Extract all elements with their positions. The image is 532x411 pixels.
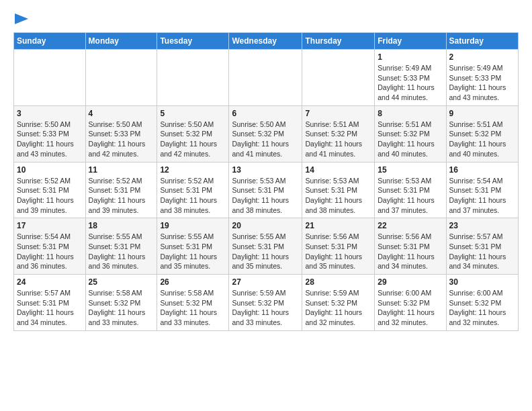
day-number: 17 bbox=[17, 221, 83, 230]
day-info: Sunrise: 5:59 AM Sunset: 5:32 PM Dayligh… bbox=[305, 288, 371, 328]
day-number: 8 bbox=[378, 109, 443, 118]
day-number: 24 bbox=[17, 277, 83, 287]
day-info: Sunrise: 5:52 AM Sunset: 5:31 PM Dayligh… bbox=[160, 176, 226, 216]
calendar-cell: 12Sunrise: 5:52 AM Sunset: 5:31 PM Dayli… bbox=[157, 162, 229, 218]
day-info: Sunrise: 5:56 AM Sunset: 5:31 PM Dayligh… bbox=[378, 232, 443, 271]
calendar-cell: 13Sunrise: 5:53 AM Sunset: 5:31 PM Dayli… bbox=[229, 162, 302, 218]
day-info: Sunrise: 5:50 AM Sunset: 5:33 PM Dayligh… bbox=[89, 120, 154, 159]
calendar-cell: 21Sunrise: 5:56 AM Sunset: 5:31 PM Dayli… bbox=[302, 218, 375, 275]
col-header-wednesday: Wednesday bbox=[229, 33, 302, 50]
day-number: 1 bbox=[378, 52, 443, 62]
day-number: 29 bbox=[378, 277, 443, 287]
day-info: Sunrise: 5:59 AM Sunset: 5:32 PM Dayligh… bbox=[232, 288, 299, 328]
calendar-body: 1Sunrise: 5:49 AM Sunset: 5:33 PM Daylig… bbox=[14, 50, 519, 331]
calendar-cell: 11Sunrise: 5:52 AM Sunset: 5:31 PM Dayli… bbox=[85, 162, 157, 218]
day-info: Sunrise: 5:57 AM Sunset: 5:31 PM Dayligh… bbox=[17, 288, 83, 328]
calendar-cell bbox=[229, 50, 302, 106]
day-info: Sunrise: 5:50 AM Sunset: 5:32 PM Dayligh… bbox=[232, 120, 299, 159]
calendar-cell: 15Sunrise: 5:53 AM Sunset: 5:31 PM Dayli… bbox=[375, 162, 446, 218]
calendar-week-5: 24Sunrise: 5:57 AM Sunset: 5:31 PM Dayli… bbox=[14, 275, 519, 331]
calendar-table: SundayMondayTuesdayWednesdayThursdayFrid… bbox=[13, 32, 519, 331]
day-number: 23 bbox=[449, 221, 515, 230]
calendar-week-3: 10Sunrise: 5:52 AM Sunset: 5:31 PM Dayli… bbox=[14, 162, 519, 218]
day-number: 16 bbox=[449, 165, 515, 175]
day-info: Sunrise: 5:53 AM Sunset: 5:31 PM Dayligh… bbox=[305, 176, 371, 216]
day-info: Sunrise: 5:52 AM Sunset: 5:31 PM Dayligh… bbox=[17, 176, 83, 216]
calendar-cell: 28Sunrise: 5:59 AM Sunset: 5:32 PM Dayli… bbox=[302, 275, 375, 331]
logo-flag-icon bbox=[15, 13, 28, 24]
header bbox=[13, 11, 519, 27]
day-number: 13 bbox=[232, 165, 299, 175]
day-number: 11 bbox=[89, 165, 154, 175]
day-number: 21 bbox=[305, 221, 371, 230]
calendar-week-1: 1Sunrise: 5:49 AM Sunset: 5:33 PM Daylig… bbox=[14, 50, 519, 106]
day-number: 26 bbox=[160, 277, 226, 287]
calendar-cell: 29Sunrise: 6:00 AM Sunset: 5:32 PM Dayli… bbox=[375, 275, 446, 331]
page: SundayMondayTuesdayWednesdayThursdayFrid… bbox=[0, 0, 532, 339]
day-number: 20 bbox=[232, 221, 299, 230]
svg-marker-0 bbox=[15, 13, 28, 24]
calendar-cell: 10Sunrise: 5:52 AM Sunset: 5:31 PM Dayli… bbox=[14, 162, 86, 218]
calendar-cell: 5Sunrise: 5:50 AM Sunset: 5:32 PM Daylig… bbox=[157, 105, 229, 162]
day-info: Sunrise: 5:53 AM Sunset: 5:31 PM Dayligh… bbox=[378, 176, 443, 216]
calendar-cell: 26Sunrise: 5:58 AM Sunset: 5:32 PM Dayli… bbox=[157, 275, 229, 331]
calendar-cell: 17Sunrise: 5:54 AM Sunset: 5:31 PM Dayli… bbox=[14, 218, 86, 275]
day-info: Sunrise: 5:58 AM Sunset: 5:32 PM Dayligh… bbox=[89, 288, 154, 328]
day-info: Sunrise: 5:51 AM Sunset: 5:32 PM Dayligh… bbox=[449, 120, 515, 159]
day-number: 5 bbox=[160, 109, 226, 118]
day-info: Sunrise: 6:00 AM Sunset: 5:32 PM Dayligh… bbox=[449, 288, 515, 328]
day-info: Sunrise: 5:56 AM Sunset: 5:31 PM Dayligh… bbox=[305, 232, 371, 271]
day-info: Sunrise: 5:52 AM Sunset: 5:31 PM Dayligh… bbox=[89, 176, 154, 216]
day-info: Sunrise: 5:50 AM Sunset: 5:33 PM Dayligh… bbox=[17, 120, 83, 159]
calendar-cell bbox=[302, 50, 375, 106]
day-number: 15 bbox=[378, 165, 443, 175]
calendar-cell: 20Sunrise: 5:55 AM Sunset: 5:31 PM Dayli… bbox=[229, 218, 302, 275]
day-info: Sunrise: 5:50 AM Sunset: 5:32 PM Dayligh… bbox=[160, 120, 226, 159]
day-info: Sunrise: 5:55 AM Sunset: 5:31 PM Dayligh… bbox=[232, 232, 299, 271]
day-number: 6 bbox=[232, 109, 299, 118]
day-number: 4 bbox=[89, 109, 154, 118]
day-number: 7 bbox=[305, 109, 371, 118]
calendar-cell: 19Sunrise: 5:55 AM Sunset: 5:31 PM Dayli… bbox=[157, 218, 229, 275]
calendar-cell: 8Sunrise: 5:51 AM Sunset: 5:32 PM Daylig… bbox=[375, 105, 446, 162]
calendar-cell bbox=[157, 50, 229, 106]
col-header-monday: Monday bbox=[85, 33, 157, 50]
col-header-thursday: Thursday bbox=[302, 33, 375, 50]
calendar-cell: 2Sunrise: 5:49 AM Sunset: 5:33 PM Daylig… bbox=[446, 50, 518, 106]
day-number: 3 bbox=[17, 109, 83, 118]
calendar-cell: 16Sunrise: 5:54 AM Sunset: 5:31 PM Dayli… bbox=[446, 162, 518, 218]
calendar-cell: 6Sunrise: 5:50 AM Sunset: 5:32 PM Daylig… bbox=[229, 105, 302, 162]
day-info: Sunrise: 5:51 AM Sunset: 5:32 PM Dayligh… bbox=[305, 120, 371, 159]
day-number: 25 bbox=[89, 277, 154, 287]
calendar-cell bbox=[85, 50, 157, 106]
day-info: Sunrise: 6:00 AM Sunset: 5:32 PM Dayligh… bbox=[378, 288, 443, 328]
day-number: 10 bbox=[17, 165, 83, 175]
calendar-week-4: 17Sunrise: 5:54 AM Sunset: 5:31 PM Dayli… bbox=[14, 218, 519, 275]
calendar-cell: 22Sunrise: 5:56 AM Sunset: 5:31 PM Dayli… bbox=[375, 218, 446, 275]
calendar-cell: 25Sunrise: 5:58 AM Sunset: 5:32 PM Dayli… bbox=[85, 275, 157, 331]
logo bbox=[13, 13, 28, 27]
day-info: Sunrise: 5:58 AM Sunset: 5:32 PM Dayligh… bbox=[160, 288, 226, 328]
calendar-week-2: 3Sunrise: 5:50 AM Sunset: 5:33 PM Daylig… bbox=[14, 105, 519, 162]
col-header-friday: Friday bbox=[375, 33, 446, 50]
day-number: 18 bbox=[89, 221, 154, 230]
calendar-cell: 1Sunrise: 5:49 AM Sunset: 5:33 PM Daylig… bbox=[375, 50, 446, 106]
calendar-cell: 3Sunrise: 5:50 AM Sunset: 5:33 PM Daylig… bbox=[14, 105, 86, 162]
day-info: Sunrise: 5:57 AM Sunset: 5:31 PM Dayligh… bbox=[449, 232, 515, 271]
calendar-cell: 24Sunrise: 5:57 AM Sunset: 5:31 PM Dayli… bbox=[14, 275, 86, 331]
day-info: Sunrise: 5:54 AM Sunset: 5:31 PM Dayligh… bbox=[17, 232, 83, 271]
col-header-sunday: Sunday bbox=[14, 33, 86, 50]
day-info: Sunrise: 5:49 AM Sunset: 5:33 PM Dayligh… bbox=[378, 63, 443, 103]
day-number: 2 bbox=[449, 52, 515, 62]
day-info: Sunrise: 5:51 AM Sunset: 5:32 PM Dayligh… bbox=[378, 120, 443, 159]
day-number: 22 bbox=[378, 221, 443, 230]
day-info: Sunrise: 5:53 AM Sunset: 5:31 PM Dayligh… bbox=[232, 176, 299, 216]
calendar-cell: 18Sunrise: 5:55 AM Sunset: 5:31 PM Dayli… bbox=[85, 218, 157, 275]
calendar-header: SundayMondayTuesdayWednesdayThursdayFrid… bbox=[14, 33, 519, 50]
calendar-cell: 7Sunrise: 5:51 AM Sunset: 5:32 PM Daylig… bbox=[302, 105, 375, 162]
day-number: 9 bbox=[449, 109, 515, 118]
calendar-cell: 30Sunrise: 6:00 AM Sunset: 5:32 PM Dayli… bbox=[446, 275, 518, 331]
col-header-saturday: Saturday bbox=[446, 33, 518, 50]
day-number: 28 bbox=[305, 277, 371, 287]
day-info: Sunrise: 5:54 AM Sunset: 5:31 PM Dayligh… bbox=[449, 176, 515, 216]
